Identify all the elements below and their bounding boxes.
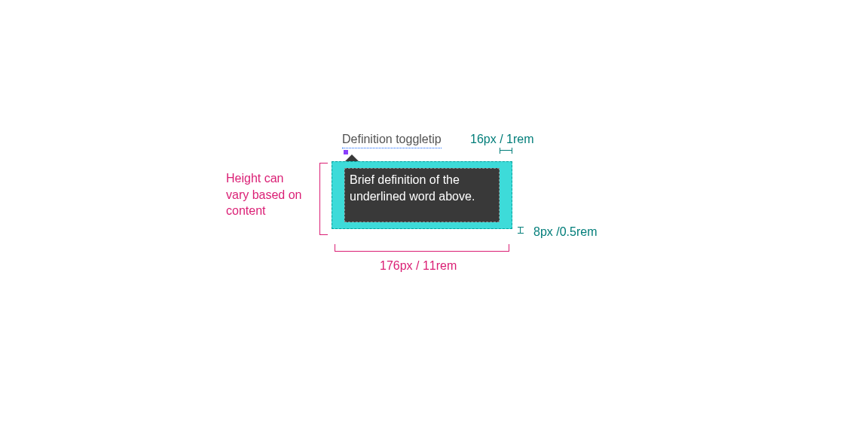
width-measure-bracket-icon bbox=[335, 244, 509, 252]
height-annotation: Height can vary based on content bbox=[226, 170, 309, 219]
tooltip: Brief definition of the underlined word … bbox=[332, 161, 512, 229]
height-measure-bracket-icon bbox=[319, 163, 327, 235]
pad-x-annotation: 16px / 1rem bbox=[470, 133, 533, 146]
tooltip-caret-icon bbox=[345, 154, 359, 161]
pad-y-measure-bracket-icon bbox=[520, 227, 526, 234]
width-annotation: 176px / 11rem bbox=[380, 259, 457, 273]
tooltip-body: Brief definition of the underlined word … bbox=[344, 168, 500, 222]
pad-x-measure-bracket-icon bbox=[500, 150, 512, 156]
toggletip-trigger[interactable]: Definition toggletip bbox=[342, 133, 442, 148]
tooltip-padding-highlight: Brief definition of the underlined word … bbox=[332, 161, 512, 229]
spec-diagram: Definition toggletip Brief definition of… bbox=[0, 0, 868, 434]
pad-y-annotation: 8px /0.5rem bbox=[533, 225, 597, 239]
